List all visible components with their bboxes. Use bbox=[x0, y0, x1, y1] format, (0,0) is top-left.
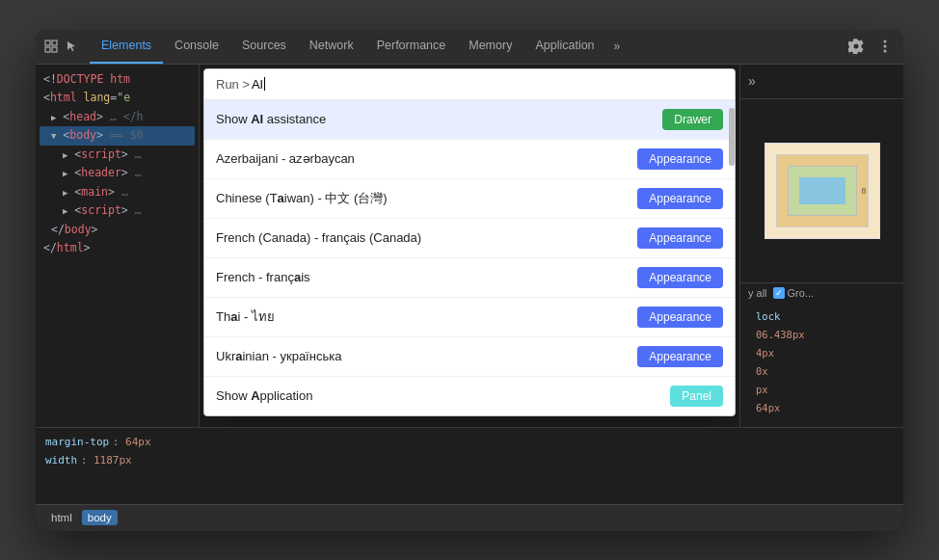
box-model-area: 8 bbox=[740, 99, 903, 283]
svg-marker-4 bbox=[67, 41, 75, 51]
css-prop-name: width bbox=[45, 454, 77, 467]
svg-rect-2 bbox=[45, 47, 50, 52]
command-input-text[interactable]: Al bbox=[252, 77, 263, 92]
appearance-button-chinese[interactable]: Appearance bbox=[637, 188, 723, 209]
css-props: margin-top : 64px width : 1187px bbox=[45, 434, 151, 498]
cursor-icon[interactable] bbox=[65, 39, 80, 54]
right-panel-props: lock 06.438px 4px 0x px 64px bbox=[748, 302, 896, 422]
dom-line: ▶ <script> … bbox=[40, 146, 195, 165]
tab-bar: Elements Console Sources Network Perform… bbox=[36, 30, 903, 65]
svg-point-7 bbox=[884, 50, 887, 53]
command-item-text: French (Canada) - français (Canada) bbox=[216, 230, 421, 245]
bold-text: a bbox=[278, 191, 284, 205]
appearance-button-azerbaijani[interactable]: Appearance bbox=[637, 148, 723, 170]
appearance-button-french-canada[interactable]: Appearance bbox=[637, 227, 723, 249]
drawer-button[interactable]: Drawer bbox=[662, 109, 723, 130]
bold-text: a bbox=[294, 270, 301, 284]
bold-text: A bbox=[251, 388, 259, 403]
main-content: <!DOCTYPE htm <html lang="e ▶ <head> … <… bbox=[36, 65, 903, 427]
bold-text: a bbox=[235, 349, 242, 363]
command-items: Show AI assistance Drawer Azerbaijani - … bbox=[204, 100, 735, 415]
command-item-ai[interactable]: Show AI assistance Drawer bbox=[204, 100, 735, 140]
tab-application[interactable]: Application bbox=[523, 30, 605, 65]
appearance-button-french[interactable]: Appearance bbox=[637, 267, 723, 288]
inspect-icon[interactable] bbox=[43, 39, 59, 54]
tab-console[interactable]: Console bbox=[163, 30, 230, 65]
css-prop-row: margin-top : 64px bbox=[45, 434, 151, 448]
dom-line: ▶ <head> … </h bbox=[40, 108, 195, 127]
appearance-button-ukrainian[interactable]: Appearance bbox=[637, 346, 723, 367]
show-all-label: y all bbox=[748, 287, 767, 299]
group-checkbox[interactable]: ✓ bbox=[773, 287, 785, 299]
css-prop-value: 1187px bbox=[94, 454, 132, 467]
command-item-text: Thai - ไทย bbox=[216, 307, 275, 327]
appearance-button-thai[interactable]: Appearance bbox=[637, 307, 723, 328]
prop-row: lock bbox=[756, 307, 888, 326]
command-item-text: Show AI assistance bbox=[216, 112, 326, 126]
group-label: Gro... bbox=[788, 287, 815, 299]
prop-row: 06.438px bbox=[756, 326, 888, 344]
bold-text: a bbox=[230, 309, 237, 324]
breadcrumb-body[interactable]: body bbox=[82, 510, 118, 525]
dom-line: </body> bbox=[40, 221, 195, 240]
command-prompt: Run > bbox=[216, 77, 250, 92]
bold-text: AI bbox=[251, 112, 263, 126]
tab-sources[interactable]: Sources bbox=[230, 30, 298, 65]
svg-rect-1 bbox=[52, 40, 57, 45]
tab-bar-right bbox=[845, 36, 896, 57]
right-panel-top: » bbox=[740, 65, 903, 99]
dom-line: <!DOCTYPE htm bbox=[40, 70, 195, 90]
breadcrumb-html[interactable]: html bbox=[45, 510, 78, 525]
tab-network[interactable]: Network bbox=[298, 30, 365, 65]
command-item-application[interactable]: Show Application Panel bbox=[204, 377, 735, 415]
dom-line: <html lang="e bbox=[40, 89, 195, 108]
props-area: y all ✓ Gro... lock 06.438px 4px 0x px 6… bbox=[740, 282, 903, 426]
command-item-ukrainian[interactable]: Ukrainian - українська Appearance bbox=[204, 337, 735, 377]
settings-icon[interactable] bbox=[845, 36, 867, 57]
command-item-thai[interactable]: Thai - ไทย Appearance bbox=[204, 298, 735, 337]
command-item-text: Show Application bbox=[216, 388, 312, 403]
css-prop-value: 64px bbox=[125, 436, 151, 448]
command-input-row: Run > Al bbox=[204, 69, 735, 100]
command-cursor bbox=[264, 77, 265, 91]
command-item-french[interactable]: French - français Appearance bbox=[204, 258, 735, 298]
command-item-text: Ukrainian - українська bbox=[216, 349, 341, 363]
prop-row: 64px bbox=[756, 399, 888, 417]
tab-memory[interactable]: Memory bbox=[457, 30, 523, 65]
tab-overflow[interactable]: » bbox=[606, 40, 629, 53]
command-palette: Run > Al Show AI assistance Drawer bbox=[203, 68, 736, 416]
svg-rect-0 bbox=[45, 40, 50, 45]
breadcrumb-bar: html body bbox=[36, 504, 903, 531]
group-checkbox-row: ✓ Gro... bbox=[773, 287, 815, 299]
css-panel: margin-top : 64px width : 1187px bbox=[36, 427, 903, 504]
svg-rect-3 bbox=[52, 47, 57, 52]
check-icon: ✓ bbox=[775, 288, 783, 298]
command-item-text: French - français bbox=[216, 270, 310, 284]
right-panel: » 8 y all ✓ Gro. bbox=[739, 65, 903, 427]
more-options-icon[interactable] bbox=[874, 36, 896, 57]
css-prop-row: width : 1187px bbox=[45, 452, 151, 467]
scrollbar[interactable] bbox=[729, 108, 735, 166]
dom-line: ▶ <main> … bbox=[40, 183, 195, 202]
command-item-chinese-taiwan[interactable]: Chinese (Taiwan) - 中文 (台灣) Appearance bbox=[204, 179, 735, 219]
tab-elements[interactable]: Elements bbox=[90, 30, 163, 65]
command-item-text: Azerbaijani - azərbaycan bbox=[216, 151, 355, 166]
prop-row: 4px bbox=[756, 344, 888, 362]
command-item-french-canada[interactable]: French (Canada) - français (Canada) Appe… bbox=[204, 219, 735, 258]
content-box bbox=[799, 177, 845, 204]
dom-line: </html> bbox=[40, 239, 195, 258]
prop-row: 0x bbox=[756, 362, 888, 381]
svg-point-6 bbox=[884, 45, 887, 48]
panel-button[interactable]: Panel bbox=[670, 386, 723, 407]
tab-performance[interactable]: Performance bbox=[365, 30, 458, 65]
tab-bar-icons bbox=[43, 39, 80, 54]
command-item-azerbaijani[interactable]: Azerbaijani - azərbaycan Appearance bbox=[204, 140, 735, 179]
devtools-window: Elements Console Sources Network Perform… bbox=[36, 30, 903, 531]
command-item-text: Chinese (Taiwan) - 中文 (台灣) bbox=[216, 190, 388, 207]
expand-icon[interactable]: » bbox=[748, 73, 756, 89]
css-prop-name: margin-top bbox=[45, 436, 109, 448]
box-model: 8 bbox=[765, 143, 880, 239]
center-panel: Run > Al Show AI assistance Drawer bbox=[200, 65, 739, 427]
dom-tree-panel: <!DOCTYPE htm <html lang="e ▶ <head> … <… bbox=[36, 65, 200, 427]
dom-line: ▼ <body> == $0 bbox=[40, 126, 195, 146]
